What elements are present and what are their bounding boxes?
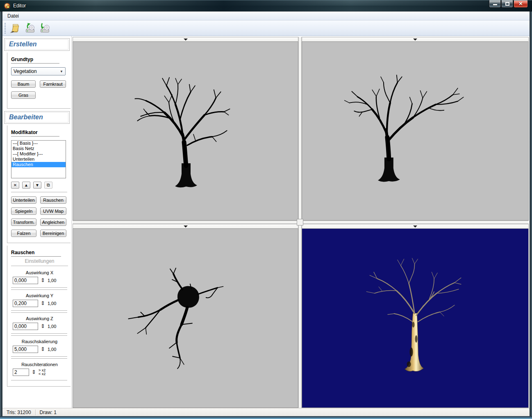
status-bar: Tris: 31200 Draw: 1: [2, 408, 530, 416]
field-auswirkung-y: Auswirkung Y ⇕ 1,00: [11, 290, 68, 308]
viewport-side: [302, 37, 529, 221]
bereinigen-button[interactable]: Bereinigen: [40, 230, 66, 237]
auswirkung-z-input[interactable]: [13, 323, 38, 330]
toolbar: [2, 20, 530, 36]
unterteilen-button[interactable]: Unterteilen: [11, 196, 36, 204]
farnkraut-button[interactable]: Farnkraut: [40, 80, 66, 88]
status-tris: Tris: 31200: [2, 410, 35, 415]
list-item[interactable]: Basis Netz: [11, 146, 66, 151]
close-icon: ✕: [514, 1, 527, 7]
field-auswirkung-z: Auswirkung Z ⇕ 1,00: [11, 313, 68, 331]
viewport-top-header[interactable]: [73, 224, 298, 229]
tree-rendered: [302, 229, 528, 408]
gras-button[interactable]: Gras: [11, 91, 36, 99]
divider: [11, 380, 67, 380]
app-icon: [4, 3, 10, 9]
viewport-render-header[interactable]: [302, 224, 529, 229]
rauschskalierung-input[interactable]: [13, 346, 38, 353]
minimize-button[interactable]: [489, 0, 501, 8]
uvw-map-button[interactable]: UVW Map: [40, 207, 66, 215]
toolbar-grip[interactable]: [5, 23, 6, 34]
viewport-front-header[interactable]: [73, 37, 298, 42]
export-disk-button[interactable]: [23, 22, 36, 35]
grundtyp-dropdown[interactable]: Vegetation ▼: [11, 67, 66, 75]
menu-bar: Datei: [2, 11, 530, 20]
erstellen-panel-header[interactable]: Erstellen: [4, 38, 70, 51]
status-draw: Draw: 1: [36, 410, 61, 415]
import-disk-button[interactable]: [38, 22, 51, 35]
viewport-render: [302, 224, 529, 408]
bearbeiten-panel-header[interactable]: Bearbeiten: [4, 111, 70, 124]
rauschen-settings-group: Rauschen Einstellungen Auswirkung X ⇕ 1,…: [7, 246, 70, 387]
erstellen-group: Grundtyp Vegetation ▼ Baum Farnkraut Gra…: [7, 52, 70, 109]
spinner-icon[interactable]: ⇕: [32, 370, 36, 375]
field-auswirkung-x: Auswirkung X ⇕ 1,00: [11, 267, 68, 285]
einstellungen-subtitle: Einstellungen: [11, 258, 68, 266]
collapse-icon: [413, 39, 417, 41]
auswirkung-y-input[interactable]: [13, 300, 38, 307]
falzen-button[interactable]: Falzen: [11, 230, 36, 237]
baum-button[interactable]: Baum: [11, 80, 36, 88]
field-rauschskalierung: Rauschskalierung ⇕ 1,00: [11, 336, 68, 354]
rauschen-button[interactable]: Rauschen: [40, 196, 66, 204]
duplicate-button[interactable]: ⧉: [44, 182, 52, 189]
close-button[interactable]: ✕: [514, 0, 528, 8]
spinner-icon[interactable]: ⇕: [41, 324, 45, 329]
tree-wireframe-top: [73, 229, 298, 408]
viewport-front-canvas[interactable]: [73, 42, 298, 221]
bearbeiten-title: Bearbeiten: [5, 112, 68, 123]
list-item[interactable]: ---[ Basis ]---: [11, 141, 66, 146]
grundtyp-value: Vegetation: [14, 68, 37, 74]
auswirkung-x-input[interactable]: [13, 277, 38, 284]
maximize-button[interactable]: [501, 0, 513, 8]
window-border-left: [0, 11, 2, 416]
spiegeln-button[interactable]: Spiegeln: [11, 207, 36, 215]
chevron-down-icon: ▼: [60, 70, 63, 73]
title-bar[interactable]: Editor ✕: [0, 0, 532, 11]
modifikator-listbox[interactable]: ---[ Basis ]--- Basis Netz ---[ Modifier…: [11, 140, 66, 178]
viewport-top-canvas[interactable]: [73, 229, 298, 408]
angleichen-button[interactable]: Angleichen: [40, 219, 66, 226]
tree-wireframe-front: [73, 42, 298, 220]
folder-icon: [9, 23, 21, 34]
delete-modifier-button[interactable]: ✕: [11, 182, 19, 189]
modifikator-label: Modifikator: [11, 130, 59, 137]
viewport-front: [73, 37, 298, 221]
maximize-icon: [505, 2, 509, 6]
viewport-area: [73, 37, 529, 408]
viewport-side-header[interactable]: [302, 37, 529, 42]
collapse-icon: [413, 225, 417, 228]
list-item-selected[interactable]: Rauschen: [11, 162, 66, 167]
bearbeiten-group: Modifikator ---[ Basis ]--- Basis Netz -…: [7, 125, 70, 243]
spinner-icon[interactable]: ⇕: [41, 278, 45, 283]
erstellen-title: Erstellen: [5, 39, 68, 50]
collapse-icon: [184, 225, 188, 228]
disk-arrow-down-icon: [39, 23, 50, 34]
main-content: Erstellen Grundtyp Vegetation ▼ Baum Far…: [2, 36, 530, 408]
splitter-grip[interactable]: [297, 219, 303, 225]
spinner-icon[interactable]: ⇕: [41, 347, 45, 352]
transform-button[interactable]: Transform.: [11, 219, 36, 226]
sidebar: Erstellen Grundtyp Vegetation ▼ Baum Far…: [2, 36, 72, 408]
open-folder-button[interactable]: [9, 22, 22, 35]
window-title: Editor: [13, 3, 26, 9]
viewport-render-canvas[interactable]: [302, 229, 529, 408]
window-border-bottom: [0, 416, 532, 419]
rauschen-section-title: Rauschen: [11, 250, 61, 257]
list-item[interactable]: ---[ Modifier ]---: [11, 151, 66, 157]
collapse-icon: [184, 39, 188, 41]
grundtyp-label: Grundtyp: [11, 57, 59, 64]
divider: [11, 192, 67, 193]
window-border-right: [530, 11, 532, 416]
field-rauschiterationen: Rauschiterationen ⇕ > x2 < x2: [11, 359, 68, 377]
menu-item-datei[interactable]: Datei: [4, 12, 22, 20]
rauschiterationen-input[interactable]: [13, 369, 29, 376]
spinner-icon[interactable]: ⇕: [41, 301, 45, 306]
list-item[interactable]: Unterteilen: [11, 157, 66, 162]
minimize-icon: [493, 4, 497, 5]
move-up-button[interactable]: ▲: [22, 182, 30, 189]
move-down-button[interactable]: ▼: [33, 182, 41, 189]
editor-window: Editor ✕ Datei: [0, 0, 532, 419]
viewport-top: [73, 224, 298, 408]
viewport-side-canvas[interactable]: [302, 42, 529, 221]
